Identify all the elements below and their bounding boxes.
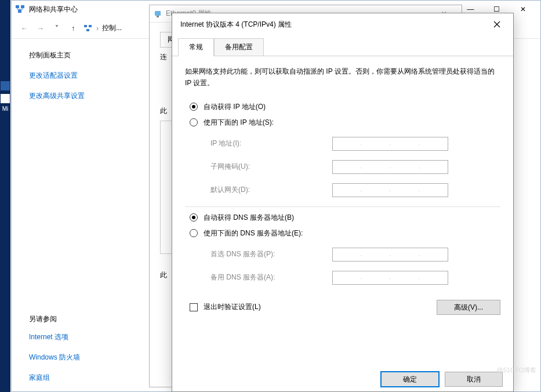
svg-rect-3	[84, 25, 87, 27]
breadcrumb[interactable]: › 控制...	[83, 23, 122, 33]
validate-checkbox[interactable]	[190, 303, 198, 311]
window-ipv4-properties: Internet 协议版本 4 (TCP/IPv4) 属性 常规 备用配置 如果…	[172, 13, 514, 392]
sidebar: 控制面板主页 更改适配器设置 更改高级共享设置 另请参阅 Internet 选项…	[12, 39, 128, 392]
window-title: 网络和共享中心	[29, 5, 78, 14]
description-text: 如果网络支持此功能，则可以获取自动指派的 IP 设置。否则，你需要从网络系统管理…	[185, 66, 500, 89]
window-title: Internet 协议版本 4 (TCP/IPv4) 属性	[180, 20, 292, 30]
adapter-icon	[153, 9, 162, 19]
preferred-dns-label: 首选 DNS 服务器(P):	[210, 249, 332, 259]
ip-address-field[interactable]: ...	[332, 137, 448, 151]
sidebar-see-also-heading: 另请参阅	[29, 314, 128, 324]
taskbar-label: Mi	[0, 106, 10, 112]
desktop-left-strip: Mi	[0, 0, 10, 392]
radio-icon	[190, 118, 198, 126]
svg-rect-5	[86, 29, 89, 31]
radio-label: 自动获得 DNS 服务器地址(B)	[204, 213, 294, 223]
recent-dropdown[interactable]: ˅	[49, 20, 65, 37]
gateway-field[interactable]: ...	[332, 183, 448, 197]
network-center-icon	[15, 4, 26, 14]
ip-address-label: IP 地址(I):	[210, 139, 332, 148]
radio-manual-ip[interactable]: 使用下面的 IP 地址(S):	[190, 118, 500, 128]
sidebar-home[interactable]: 控制面板主页	[29, 50, 128, 60]
radio-manual-dns[interactable]: 使用下面的 DNS 服务器地址(E):	[190, 228, 500, 238]
alternate-dns-label: 备用 DNS 服务器(A):	[210, 273, 332, 282]
network-center-icon	[83, 24, 93, 33]
taskbar-icon[interactable]	[1, 81, 10, 90]
cancel-button[interactable]: 取消	[445, 372, 503, 387]
radio-auto-dns[interactable]: 自动获得 DNS 服务器地址(B)	[190, 213, 500, 223]
svg-rect-0	[16, 5, 19, 8]
radio-label: 使用下面的 DNS 服务器地址(E):	[204, 228, 303, 238]
back-button[interactable]: ←	[16, 20, 32, 37]
tab-alternate[interactable]: 备用配置	[214, 38, 264, 56]
alternate-dns-field[interactable]: ...	[332, 271, 448, 285]
sidebar-homegroup[interactable]: 家庭组	[29, 373, 128, 383]
breadcrumb-sep: ›	[95, 24, 100, 32]
svg-rect-6	[155, 11, 161, 16]
radio-icon	[190, 229, 198, 237]
sidebar-internet-options[interactable]: Internet 选项	[29, 332, 128, 342]
gateway-label: 默认网关(D):	[210, 185, 332, 195]
breadcrumb-item[interactable]: 控制...	[102, 23, 122, 33]
forward-button[interactable]: →	[32, 20, 49, 37]
svg-rect-1	[21, 5, 24, 8]
svg-rect-4	[89, 25, 92, 27]
svg-rect-7	[157, 16, 159, 17]
tab-strip: 常规 备用配置	[172, 35, 513, 56]
subnet-mask-label: 子网掩码(U):	[210, 162, 332, 172]
dialog-buttons: 确定 取消	[172, 367, 513, 391]
up-button[interactable]: ↑	[65, 20, 81, 37]
radio-label: 使用下面的 IP 地址(S):	[204, 118, 274, 128]
sidebar-advanced-sharing[interactable]: 更改高级共享设置	[29, 91, 128, 101]
advanced-button[interactable]: 高级(V)...	[437, 300, 500, 315]
radio-auto-ip[interactable]: 自动获得 IP 地址(O)	[190, 102, 500, 112]
ok-button[interactable]: 确定	[381, 372, 439, 387]
sidebar-firewall[interactable]: Windows 防火墙	[29, 353, 128, 362]
title-bar: Internet 协议版本 4 (TCP/IPv4) 属性	[172, 13, 513, 35]
preferred-dns-field[interactable]: ...	[332, 248, 448, 262]
validate-label: 退出时验证设置(L)	[204, 302, 261, 312]
tab-content: 如果网络支持此功能，则可以获取自动指派的 IP 设置。否则，你需要从网络系统管理…	[172, 56, 513, 323]
radio-icon	[190, 103, 198, 111]
radio-label: 自动获得 IP 地址(O)	[204, 102, 266, 112]
watermark: @51CTO博客	[497, 366, 536, 375]
separator	[185, 206, 500, 207]
tab-general[interactable]: 常规	[178, 38, 214, 56]
close-button[interactable]	[485, 16, 509, 33]
close-icon	[493, 21, 500, 28]
radio-icon	[190, 213, 198, 222]
taskbar-icon[interactable]	[1, 94, 10, 103]
subnet-mask-field[interactable]: ...	[332, 160, 448, 174]
sidebar-adapter-settings[interactable]: 更改适配器设置	[29, 71, 128, 81]
